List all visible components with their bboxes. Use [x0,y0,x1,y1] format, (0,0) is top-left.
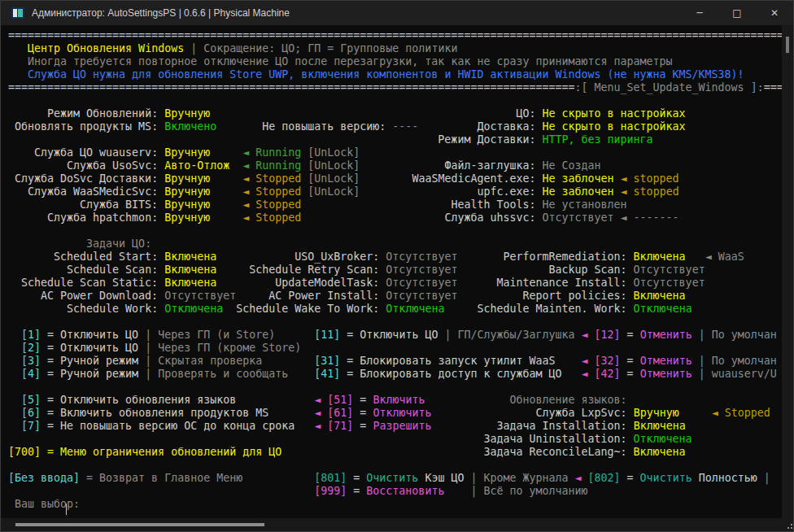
text-segment: Разрешить [373,420,431,432]
text-segment: Ваш выбор: [15,498,80,510]
text-segment: Отсутствует [634,277,705,289]
terminal-line: Режим Обновлений: Вручную ЦО: Не скрыто … [8,107,783,120]
text-segment: Включена [634,420,686,432]
text-segment: Режим Обновлений: [47,107,164,120]
text-segment: [31] [314,355,340,367]
text-segment: ◄ stopped [614,185,679,198]
spacer [8,498,15,510]
text-segment: Служба LxpSvc: [536,407,634,419]
text-segment: Не заблочен [543,185,614,198]
text-segment: Scheduled Start: [54,251,164,263]
terminal-line: [4] = Ручной режим | Проверять и сообщат… [8,368,783,381]
text-segment: | Всё по умолчанию [470,485,587,497]
text-segment: = [353,420,373,432]
horizontal-scrollbar-thumb[interactable] [15,523,264,526]
spacer [8,238,86,250]
spacer [8,198,80,211]
terminal-line [8,459,783,472]
spacer [556,355,582,367]
text-segment: Служба hpatchmon: [47,211,164,224]
window-controls: ─ □ ✕ [681,1,793,25]
text-segment: Не скрыто в настройках [543,107,686,120]
text-segment: [41] [314,368,340,380]
text-segment: Очистить [366,472,418,484]
text-segment: [5] [21,394,41,406]
terminal-output[interactable]: ========================================… [1,25,783,520]
text-segment: HTTP, без пиринга [542,133,652,146]
spacer [457,264,548,276]
text-segment: | Через ГП (и Store) [145,329,275,341]
terminal-line: [2] = Отключить ЦО | Через ГП (кроме Sto… [8,342,783,355]
text-segment: ◄ Running [242,159,301,172]
text-segment: Служба ЦО wuauserv: [34,146,164,159]
spacer [8,211,47,224]
terminal-line: Служба DoSvc Доставки: Вручную ◄ Stopped… [8,172,783,185]
spacer [301,211,444,224]
spacer [457,251,503,263]
text-segment: [UnLock] [301,185,360,198]
text-segment: | Через ГП (кроме Store) [145,342,301,354]
spacer [444,303,477,315]
text-segment: ◄ Running [242,146,301,159]
text-segment: Отсутствует ◄ ------- [543,211,679,224]
terminal-line [8,316,783,329]
text-segment: Отсутствует [634,264,705,276]
spacer [360,185,477,198]
text-segment: Включить [373,394,425,406]
spacer [444,485,470,497]
text-segment: = [621,355,640,367]
text-segment: ◄ [12] [582,329,621,341]
text-segment: Schedule Retry Scan: [249,264,386,276]
text-segment: ◄ [71] [314,420,353,432]
spacer [8,407,21,419]
terminal-line: ========================================… [8,81,783,94]
terminal-line: Ваш выбор: [8,498,783,511]
text-segment: Режим Доставки: [438,133,542,146]
text-segment: Schedule Mainten. Work: [477,303,633,315]
spacer [457,277,496,289]
vertical-scrollbar[interactable] [782,25,793,520]
spacer [8,120,15,133]
spacer [8,355,21,367]
text-segment: = Включить обновления продуктов MS [41,407,268,419]
vertical-scrollbar-thumb[interactable] [786,37,789,53]
spacer [8,290,41,302]
text-segment: [801] [314,472,347,484]
maximize-button[interactable]: □ [718,1,756,25]
text-segment: = [347,485,366,497]
text-segment: Служба DoSvc Доставки: [15,172,164,185]
resize-grip[interactable] [784,521,792,529]
text-segment: Очистить [640,472,692,484]
spacer [8,485,314,497]
text-segment: Отсутствует [386,277,457,289]
terminal-line: [700] = Меню ограничения обновлений для … [8,446,783,459]
terminal-line: Задачи ЦО: [8,238,783,251]
terminal-line [8,381,783,394]
close-button[interactable]: ✕ [756,1,793,25]
text-segment: = Отключить ЦО [41,329,145,341]
text-segment: AC Power Install: [268,290,386,302]
spacer [262,355,314,367]
spacer [8,394,21,406]
spacer [210,211,242,224]
terminal-line: Служба ЦО нужна для обновления Store UWP… [8,68,783,81]
text-segment: = [353,407,373,419]
text-segment: Центр Обновления Windows [28,42,184,55]
text-segment: [3] [21,355,41,367]
spacer [242,472,314,484]
terminal-line: [Без ввода] = Возврат в Главное Меню [80… [8,472,783,485]
text-segment: Не установлен [542,198,626,211]
horizontal-scrollbar[interactable] [1,518,794,531]
text-segment: [700] = Меню ограничения обновлений для … [8,446,281,458]
terminal-line: ========================================… [8,29,783,42]
text-segment: [999] [314,485,347,497]
text-segment: ◄ [51] [314,394,353,406]
minimize-button[interactable]: ─ [681,1,718,25]
i-beam-cursor [66,504,67,515]
spacer [418,120,477,133]
text-segment: = Не повышать версию ОС до конца срока [41,420,294,432]
text-segment: Schedule Work: [67,303,164,315]
title-bar[interactable]: Администратор: AutoSettingsPS | 0.6.6 | … [1,1,793,25]
spacer [360,159,444,172]
spacer [457,290,522,302]
